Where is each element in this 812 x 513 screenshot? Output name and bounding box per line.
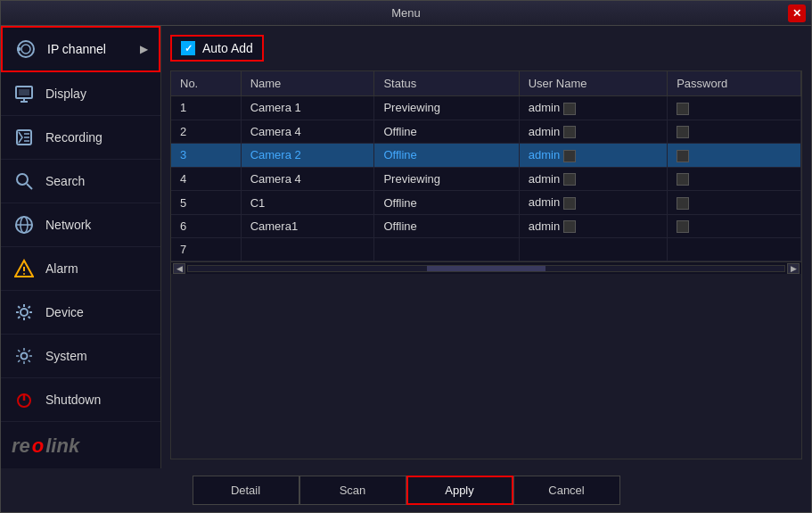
sidebar-label-device: Device (45, 305, 84, 319)
cell-no: 5 (171, 191, 241, 215)
scan-button[interactable]: Scan (299, 476, 406, 505)
username-edit-icon[interactable] (563, 220, 576, 233)
scroll-track[interactable] (187, 265, 785, 272)
display-icon (12, 81, 37, 106)
sidebar-item-shutdown[interactable]: Shutdown (1, 378, 160, 422)
sidebar-label-recording: Recording (45, 130, 103, 145)
sidebar-item-network[interactable]: Network (1, 203, 160, 247)
username-edit-icon[interactable] (563, 150, 576, 162)
cell-password (668, 191, 801, 215)
sidebar-label-network: Network (45, 218, 91, 232)
cell-password (668, 167, 801, 191)
username-edit-icon[interactable] (563, 103, 576, 115)
cell-status: Offline (374, 144, 519, 168)
svg-rect-6 (19, 89, 29, 95)
cell-status: Offline (374, 120, 519, 144)
cell-no: 3 (171, 144, 241, 168)
shutdown-icon (12, 387, 37, 412)
search-icon (12, 169, 37, 194)
username-edit-icon[interactable] (563, 173, 576, 186)
cell-name: Camera 1 (241, 96, 374, 120)
cell-no: 2 (171, 120, 241, 144)
svg-point-1 (21, 45, 30, 54)
cancel-button[interactable]: Cancel (513, 476, 620, 505)
cell-status: Offline (374, 191, 519, 215)
sidebar-item-display[interactable]: Display (1, 72, 160, 116)
table-row[interactable]: 6Camera1Offlineadmin (171, 214, 801, 238)
cell-name: Camera 4 (241, 120, 374, 144)
system-icon (12, 343, 37, 368)
auto-add-label: Auto Add (202, 41, 253, 55)
cell-no: 6 (171, 214, 241, 238)
device-icon (12, 300, 37, 325)
channel-table-wrapper: No. Name Status User Name Password 1Came… (170, 70, 802, 459)
cell-name: C1 (241, 191, 374, 215)
sidebar-item-search[interactable]: Search (1, 160, 160, 203)
cell-status: Previewing (374, 167, 519, 191)
table-row[interactable]: 7 (171, 238, 801, 261)
sidebar-item-system[interactable]: System (1, 335, 160, 378)
scroll-left-arrow[interactable]: ◀ (173, 263, 185, 274)
camera-icon (13, 37, 38, 62)
table-row[interactable]: 4Camera 4Previewingadmin (171, 167, 801, 191)
cell-username: admin (519, 144, 667, 168)
cell-username: admin (519, 167, 667, 191)
cell-password (668, 120, 801, 144)
scroll-right-arrow[interactable]: ▶ (787, 263, 800, 274)
password-edit-icon[interactable] (677, 173, 689, 186)
password-edit-icon[interactable] (677, 126, 689, 138)
table-row[interactable]: 2Camera 4Offlineadmin (171, 120, 801, 144)
password-edit-icon[interactable] (677, 220, 689, 233)
svg-point-18 (23, 273, 25, 275)
bottom-bar: Detail Scan Apply Cancel (1, 468, 811, 512)
password-edit-icon[interactable] (677, 103, 689, 115)
col-no: No. (171, 71, 241, 96)
password-edit-icon[interactable] (677, 150, 689, 162)
sidebar-label-search: Search (45, 174, 85, 188)
cell-status: Previewing (374, 96, 519, 120)
close-button[interactable]: ✕ (788, 4, 806, 22)
auto-add-checkbox[interactable]: ✓ (181, 41, 195, 55)
cell-status (374, 238, 519, 261)
cell-username: admin (519, 96, 667, 120)
title-bar: Menu ✕ (1, 1, 811, 26)
table-row[interactable]: 1Camera 1Previewingadmin (171, 96, 801, 120)
col-username: User Name (519, 71, 667, 96)
horizontal-scrollbar[interactable]: ◀ ▶ (171, 261, 801, 274)
cell-name: Camera 2 (241, 144, 374, 168)
table-row[interactable]: 3Camera 2Offlineadmin (171, 144, 801, 168)
cell-password (668, 238, 801, 261)
content-panel: ✓ Auto Add No. Name Status User Name Pas… (161, 26, 811, 468)
channel-table: No. Name Status User Name Password 1Came… (171, 71, 801, 261)
username-edit-icon[interactable] (563, 126, 576, 138)
cell-name: Camera1 (241, 214, 374, 238)
sidebar-item-ip-channel[interactable]: IP channel ▶ (1, 26, 160, 72)
sidebar-item-device[interactable]: Device (1, 291, 160, 335)
cell-no: 1 (171, 96, 241, 120)
detail-button[interactable]: Detail (193, 476, 299, 505)
cell-no: 4 (171, 167, 241, 191)
sidebar-item-alarm[interactable]: Alarm (1, 247, 160, 291)
password-edit-icon[interactable] (677, 197, 689, 210)
cell-username: admin (519, 214, 667, 238)
svg-line-12 (27, 184, 32, 189)
username-edit-icon[interactable] (563, 197, 576, 210)
apply-button[interactable]: Apply (406, 476, 513, 505)
svg-point-11 (17, 174, 28, 185)
main-layout: IP channel ▶ Display (1, 26, 811, 468)
network-icon (12, 212, 37, 237)
cell-no: 7 (171, 238, 241, 261)
sidebar-label-ip-channel: IP channel (47, 42, 106, 56)
arrow-icon: ▶ (140, 43, 148, 55)
cell-username: admin (519, 191, 667, 215)
sidebar-label-system: System (45, 349, 87, 363)
cell-name: Camera 4 (241, 167, 374, 191)
table-row[interactable]: 5C1Offlineadmin (171, 191, 801, 215)
col-status: Status (374, 71, 519, 96)
sidebar-item-recording[interactable]: Recording (1, 116, 160, 160)
reolink-brand: reolink (12, 434, 150, 458)
svg-point-19 (21, 309, 28, 316)
cell-password (668, 214, 801, 238)
alarm-icon (12, 256, 37, 281)
scroll-thumb[interactable] (427, 266, 546, 271)
